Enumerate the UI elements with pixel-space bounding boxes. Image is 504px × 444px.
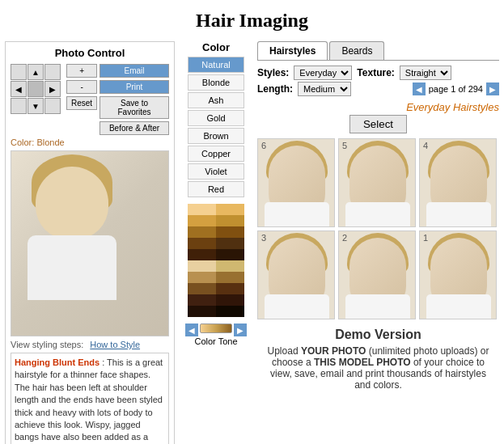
- thumb-6[interactable]: 6: [257, 138, 335, 227]
- color-tone-section: ◀ ▶ Color Tone: [185, 320, 247, 346]
- thumbnails-row-1: 6 5 4: [257, 138, 499, 227]
- nav-down[interactable]: ▼: [28, 98, 44, 114]
- nav-left[interactable]: ◀: [11, 81, 27, 97]
- thumb-4[interactable]: 4: [419, 138, 497, 227]
- description-title: Hanging Blunt Ends: [15, 357, 100, 367]
- zoom-out-button[interactable]: -: [66, 80, 97, 94]
- color-blonde-btn[interactable]: Blonde: [188, 74, 244, 91]
- color-brown-btn[interactable]: Brown: [188, 128, 244, 144]
- description-body: : This is a great hairstyle for a thinne…: [15, 357, 163, 444]
- thumb-1[interactable]: 1: [419, 230, 497, 319]
- color-violet-btn[interactable]: Violet: [188, 163, 244, 180]
- swatch-1[interactable]: [188, 204, 216, 215]
- description-box: Hanging Blunt Ends : This is a great hai…: [11, 353, 169, 444]
- how-to-style-link[interactable]: How to Style: [90, 340, 140, 349]
- everyday-hairstyles-label: Everyday Hairstyles: [406, 101, 499, 113]
- thumb-3[interactable]: 3: [257, 230, 335, 319]
- nav-right[interactable]: ▶: [44, 81, 61, 97]
- swatch-3[interactable]: [188, 215, 216, 226]
- tone-bar: [200, 323, 232, 333]
- next-page-btn[interactable]: ▶: [486, 82, 499, 95]
- swatch-10[interactable]: [216, 249, 244, 260]
- color-tone-label: Color Tone: [185, 336, 247, 346]
- swatch-16[interactable]: [216, 283, 244, 294]
- swatch-13[interactable]: [188, 272, 216, 283]
- page-info: page 1 of 294: [429, 84, 483, 94]
- swatch-20[interactable]: [216, 306, 244, 317]
- photo-image-area: [11, 150, 169, 336]
- thumb-3-num: 3: [261, 233, 266, 243]
- swatch-8[interactable]: [216, 238, 244, 249]
- thumb-1-num: 1: [423, 233, 428, 243]
- color-natural-btn[interactable]: Natural: [188, 57, 244, 73]
- nav-down-right: [44, 98, 61, 114]
- page-header: Hair Imaging: [0, 0, 504, 38]
- swatch-2[interactable]: [216, 204, 244, 215]
- swatch-18[interactable]: [216, 294, 244, 306]
- color-gold-btn[interactable]: Gold: [188, 110, 244, 126]
- length-select[interactable]: Medium: [298, 82, 351, 96]
- thumbnails-row-2: 3 2 1: [257, 230, 499, 319]
- photo-control-panel: Photo Control ▲ ◀ ▶ ▼ + - Reset Email Pr…: [5, 41, 175, 444]
- color-label: Color: Blonde: [11, 137, 169, 147]
- save-favorites-button[interactable]: Save to Favorites: [100, 96, 169, 119]
- texture-select[interactable]: Straight: [400, 66, 451, 80]
- demo-section: Demo Version Upload YOUR PHOTO (unlimite…: [257, 323, 499, 395]
- nav-up-right: [44, 64, 61, 80]
- swatch-5[interactable]: [188, 226, 216, 238]
- thumb-5-num: 5: [342, 141, 347, 150]
- swatch-15[interactable]: [188, 283, 216, 294]
- right-panel: Hairstyles Beards Styles: Everyday Textu…: [257, 41, 499, 444]
- color-copper-btn[interactable]: Copper: [188, 146, 244, 162]
- swatch-7[interactable]: [188, 238, 216, 249]
- page-title: Hair Imaging: [0, 10, 504, 32]
- styles-label: Styles:: [257, 67, 289, 78]
- zoom-in-button[interactable]: +: [66, 64, 97, 78]
- styles-select[interactable]: Everyday: [294, 66, 352, 80]
- thumb-2[interactable]: 2: [338, 230, 416, 319]
- swatch-12[interactable]: [216, 260, 244, 272]
- nav-up-left: [11, 64, 27, 80]
- style-controls: Styles: Everyday Texture: Straight: [257, 66, 499, 80]
- swatch-17[interactable]: [188, 294, 216, 306]
- email-button[interactable]: Email: [100, 64, 169, 78]
- demo-title: Demo Version: [265, 328, 491, 342]
- color-next-btn[interactable]: ▶: [234, 323, 247, 336]
- swatch-6[interactable]: [216, 226, 244, 238]
- thumb-5[interactable]: 5: [338, 138, 416, 227]
- select-button[interactable]: Select: [349, 115, 407, 133]
- photo-control-header: Photo Control: [11, 47, 169, 59]
- tabs-row: Hairstyles Beards: [257, 41, 499, 61]
- print-button[interactable]: Print: [100, 80, 169, 94]
- swatch-9[interactable]: [188, 249, 216, 260]
- color-red-btn[interactable]: Red: [188, 181, 244, 197]
- reset-button[interactable]: Reset: [66, 96, 97, 110]
- texture-label: Texture:: [357, 67, 394, 78]
- thumb-4-num: 4: [423, 141, 428, 150]
- color-panel: Color Natural Blonde Ash Gold Brown Copp…: [180, 41, 252, 444]
- nav-up[interactable]: ▲: [28, 64, 44, 80]
- nav-down-left: [11, 98, 27, 114]
- swatch-11[interactable]: [188, 260, 216, 272]
- prev-page-btn[interactable]: ◀: [413, 82, 426, 95]
- color-prev-btn[interactable]: ◀: [185, 323, 198, 336]
- color-value: Blonde: [36, 137, 64, 147]
- swatch-4[interactable]: [216, 215, 244, 226]
- color-swatches: [188, 204, 244, 317]
- demo-body: Upload YOUR PHOTO (unlimited photo uploa…: [265, 345, 491, 391]
- swatch-19[interactable]: [188, 306, 216, 317]
- nav-center: [28, 81, 44, 97]
- before-after-button[interactable]: Before & After: [100, 121, 169, 135]
- swatch-14[interactable]: [216, 272, 244, 283]
- color-panel-header: Color: [202, 41, 230, 53]
- tab-beards[interactable]: Beards: [329, 41, 384, 60]
- thumb-6-num: 6: [261, 141, 266, 150]
- length-label: Length:: [257, 83, 293, 95]
- thumb-2-num: 2: [342, 233, 347, 243]
- color-ash-btn[interactable]: Ash: [188, 92, 244, 108]
- view-styling-link: View styling steps:: [11, 340, 83, 349]
- tab-hairstyles[interactable]: Hairstyles: [257, 41, 328, 60]
